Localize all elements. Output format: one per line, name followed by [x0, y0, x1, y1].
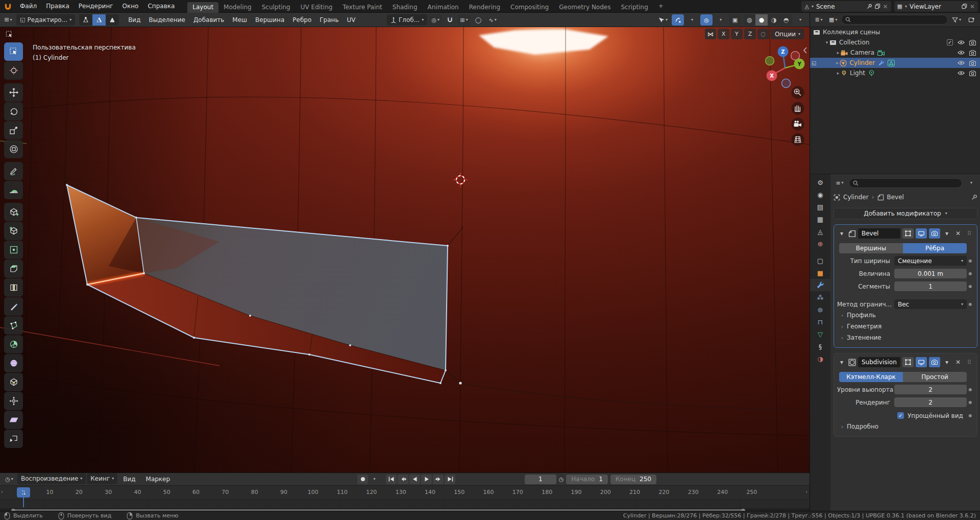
animate-dot-icon[interactable]: ●: [967, 413, 974, 418]
checkbox-checked[interactable]: ✓: [897, 412, 904, 419]
current-frame-field[interactable]: 1: [525, 475, 556, 484]
expand-icon[interactable]: ▾: [837, 228, 846, 239]
select-mode-face[interactable]: [106, 14, 119, 26]
properties-tab-collection[interactable]: ▢: [810, 254, 830, 267]
tool-add-cube[interactable]: [4, 203, 23, 221]
editmode-data-badge[interactable]: [888, 60, 895, 66]
properties-tab-object-data[interactable]: ▽: [810, 328, 830, 340]
outliner-filter-type-dropdown[interactable]: ▦▾: [827, 14, 839, 26]
viewport-menu-3[interactable]: Меш: [228, 14, 251, 26]
pan-hand-button[interactable]: [792, 102, 804, 115]
tool-bevel[interactable]: [4, 259, 23, 278]
workspace-tab-rendering[interactable]: Rendering: [464, 2, 505, 13]
outliner-row-light[interactable]: ▸Light: [810, 68, 980, 78]
tool-shrink-fatten[interactable]: [4, 392, 23, 410]
workspace-tab-sculpting[interactable]: Sculpting: [257, 2, 296, 13]
snap-toggle-button[interactable]: [444, 14, 456, 26]
pin-icon[interactable]: [867, 4, 872, 9]
overlays-toggle[interactable]: ◎: [700, 14, 713, 26]
properties-tab-scene[interactable]: ◬: [810, 225, 830, 238]
overlays-dropdown[interactable]: ▾: [715, 14, 727, 26]
frame-start-field[interactable]: Начало1: [566, 475, 607, 484]
animate-dot-icon[interactable]: ●: [967, 302, 974, 306]
disable-render-toggle[interactable]: [969, 50, 976, 56]
tool-knife[interactable]: [4, 297, 23, 316]
animate-dot-icon[interactable]: ●: [967, 284, 974, 289]
viewport-canvas[interactable]: Z X Y Пользовательская перспектива (1) C…: [0, 27, 810, 472]
viewport-menu-7[interactable]: UV: [342, 14, 359, 26]
tool-select-box[interactable]: [4, 42, 23, 61]
timeline-menu-2[interactable]: Вид: [118, 473, 140, 486]
field-dropdown[interactable]: Смещение▾: [894, 256, 967, 266]
disable-render-toggle[interactable]: [969, 70, 976, 76]
properties-tab-view-layer[interactable]: ▦: [810, 213, 830, 225]
modifier-name-field[interactable]: Bevel: [858, 228, 900, 239]
section-профиль[interactable]: ›Профиль: [841, 310, 974, 321]
shading-material-button[interactable]: ◑: [768, 14, 780, 26]
close-icon[interactable]: ✕: [970, 3, 975, 10]
tool-transform[interactable]: [4, 140, 23, 158]
field-number[interactable]: 2: [894, 397, 967, 407]
close-icon[interactable]: ✕: [883, 3, 888, 10]
workspace-tab-uv-editing[interactable]: UV Editing: [296, 2, 338, 13]
segment-1[interactable]: Рёбра: [903, 243, 967, 253]
viewport-menu-1[interactable]: Выделение: [144, 14, 189, 26]
tool-smooth[interactable]: [4, 354, 23, 372]
hide-viewport-toggle[interactable]: [958, 40, 965, 45]
disclosure-closed-icon[interactable]: ▸: [836, 50, 841, 55]
tool-loop-cut[interactable]: [4, 278, 23, 297]
region-collapse-icon[interactable]: ‹: [805, 489, 807, 494]
tool-rotate[interactable]: [4, 102, 23, 121]
field-number[interactable]: 2: [894, 385, 967, 394]
gizmo-toggle[interactable]: [672, 14, 684, 26]
play-back-button[interactable]: [409, 475, 420, 484]
section-затенение[interactable]: ›Затенение: [841, 332, 974, 343]
new-collection-button[interactable]: [965, 14, 977, 26]
workspace-tab-compositing[interactable]: Compositing: [505, 2, 554, 13]
region-expand-icon[interactable]: ›: [1, 489, 3, 494]
camera-view-button[interactable]: [792, 118, 804, 131]
segment-1[interactable]: Простой: [903, 372, 967, 382]
scene-selector[interactable]: ◬ ▾ Scene ✕: [801, 1, 891, 12]
timeline-menu-3[interactable]: Маркер: [141, 473, 175, 486]
modifier-extras-dropdown[interactable]: ▾: [942, 357, 951, 367]
animate-dot-icon[interactable]: ●: [967, 387, 974, 392]
outliner-display-mode-dropdown[interactable]: ≣▾: [813, 14, 825, 26]
jump-end-button[interactable]: [445, 475, 455, 484]
play-button[interactable]: [421, 475, 432, 484]
record-dropdown[interactable]: ▾: [369, 475, 380, 484]
tool-extrude[interactable]: [4, 222, 23, 240]
realtime-display-toggle[interactable]: [916, 357, 927, 367]
section-подробно[interactable]: ›Подробно: [841, 421, 974, 432]
select-mode-vertex[interactable]: [79, 14, 92, 26]
next-key-button[interactable]: [433, 475, 444, 484]
topbar-menu-0[interactable]: Файл: [15, 0, 41, 13]
disable-render-toggle[interactable]: [969, 60, 976, 66]
outliner-search-input[interactable]: [841, 15, 948, 25]
modifier-extras-dropdown[interactable]: ▾: [942, 228, 951, 239]
timeline-tracks[interactable]: [0, 500, 810, 508]
properties-tab-material[interactable]: ◑: [810, 352, 830, 365]
record-button[interactable]: [357, 475, 368, 484]
jump-start-button[interactable]: [386, 475, 397, 484]
tool-move[interactable]: [4, 83, 23, 102]
camera-data-badge[interactable]: [877, 50, 885, 56]
tool-annotate[interactable]: [4, 162, 23, 180]
timeline-menu-1[interactable]: Кеинг▾: [87, 473, 117, 484]
xray-toggle[interactable]: ▣: [729, 14, 741, 26]
tool-shear[interactable]: [4, 411, 23, 429]
add-modifier-button[interactable]: Добавить модификатор▾: [834, 208, 977, 219]
drag-handle-icon[interactable]: ⠿: [965, 228, 974, 239]
proportional-falloff-dropdown[interactable]: ∿▾: [486, 14, 499, 26]
field-dropdown[interactable]: Вес▾: [894, 299, 967, 309]
editmode-display-toggle[interactable]: [902, 228, 914, 239]
topbar-menu-4[interactable]: Справка: [143, 0, 179, 13]
outliner-row-коллекция-сцены[interactable]: Коллекция сцены: [810, 27, 980, 37]
outliner-row-collection[interactable]: ▾Collection✓: [810, 37, 980, 48]
disable-render-toggle[interactable]: [969, 40, 976, 45]
select-mode-edge[interactable]: [92, 14, 106, 26]
animate-dot-icon[interactable]: ●: [967, 400, 974, 405]
disclosure-closed-icon[interactable]: ▸: [835, 60, 840, 65]
viewport-menu-4[interactable]: Вершина: [251, 14, 288, 26]
properties-tab-constraints[interactable]: ⊓: [810, 316, 830, 328]
